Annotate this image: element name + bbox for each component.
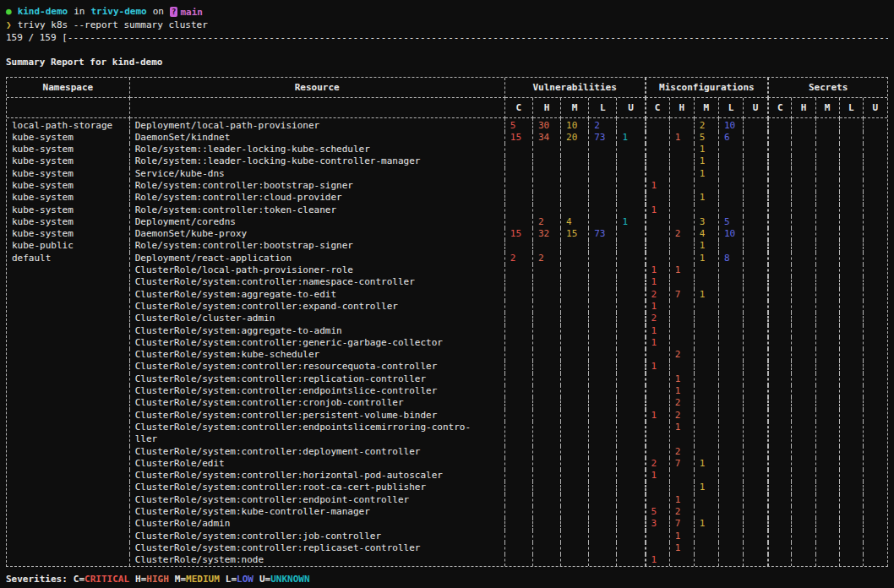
vulnerabilities-M-cell [561,349,589,361]
table-row: kube-systemDeployment/coredns24135 [7,216,887,228]
repo-name: trivy-demo [90,5,146,18]
misconfigurations-U-cell [744,264,768,276]
misconfigurations-U-cell [744,192,768,204]
misconfigurations-L-cell [719,349,744,361]
misconfigurations-L-cell [719,531,744,542]
misconfigurations-C-cell: 3 [646,518,670,530]
vulnerabilities-H-cell [533,482,561,493]
misconfigurations-M-cell: 1 [695,253,719,264]
misconfigurations-H-cell: 1 [670,132,695,144]
misconfigurations-L-cell [719,542,744,554]
secrets-C-cell [768,155,792,167]
secrets-L-cell [840,132,864,144]
misconfigurations-H-cell: 2 [670,349,695,361]
vulnerabilities-L-cell [589,289,617,301]
severity-col-header-vulnerabilities-H: H [533,98,561,118]
secrets-U-cell [864,373,887,385]
vulnerabilities-U-cell [617,458,645,470]
misconfigurations-C-cell [646,228,670,240]
vulnerabilities-C-cell [505,458,533,470]
secrets-H-cell [792,542,815,554]
table-row: ClusterRole/system:controller:persistent… [7,410,887,422]
vulnerabilities-H-cell [533,494,561,506]
secrets-L-cell [840,494,864,506]
severity-col-header-secrets-M: M [816,98,840,118]
secrets-U-cell [864,518,887,530]
vulnerabilities-U-cell [617,228,645,240]
vulnerabilities-U-cell [617,410,645,422]
secrets-H-cell [792,337,815,349]
vulnerabilities-C-cell [505,506,533,518]
secrets-U-cell [864,144,887,155]
resource-cell: ClusterRole/system:controller:replicatio… [130,373,505,385]
misconfigurations-U-cell [744,337,768,349]
vulnerabilities-H-cell [533,373,561,385]
misconfigurations-L-cell [719,410,744,422]
secrets-C-cell [768,518,792,530]
misconfigurations-U-cell [744,410,768,422]
misconfigurations-H-cell [670,470,695,482]
table-row: ClusterRole/system:aggregate-to-edit271 [7,289,887,301]
secrets-C-cell [768,337,792,349]
secrets-M-cell [816,289,840,301]
vulnerabilities-L-cell [589,482,617,493]
resource-cell: Role/system:controller:bootstrap-signer [130,180,505,192]
secrets-L-cell [840,118,864,132]
secrets-L-cell [840,446,864,458]
secrets-L-cell [840,144,864,155]
secrets-L-cell [840,228,864,240]
severity-col-header-secrets-C: C [768,98,792,118]
secrets-M-cell [816,482,840,493]
table-row: ClusterRole/system:controller:namespace-… [7,276,887,288]
namespace-cell: kube-public [7,240,130,252]
misconfigurations-H-cell [670,204,695,216]
namespace-cell [7,482,130,493]
misconfigurations-L-cell [719,276,744,288]
misconfigurations-M-cell [695,337,719,349]
secrets-C-cell [768,506,792,518]
vulnerabilities-M-cell [561,397,589,409]
vulnerabilities-L-cell [589,518,617,530]
vulnerabilities-U-cell [617,192,645,204]
vulnerabilities-C-cell [505,373,533,385]
secrets-C-cell [768,458,792,470]
secrets-C-cell [768,144,792,155]
vulnerabilities-U-cell [617,531,645,542]
vulnerabilities-M-cell [561,192,589,204]
misconfigurations-L-cell [719,204,744,216]
secrets-L-cell [840,410,864,422]
namespace-cell: kube-system [7,216,130,228]
vulnerabilities-H-cell [533,301,561,313]
vulnerabilities-M-cell [561,253,589,264]
secrets-H-cell [792,216,815,228]
misconfigurations-M-cell [695,204,719,216]
secrets-C-cell [768,216,792,228]
secrets-U-cell [864,228,887,240]
vulnerabilities-H-cell: 32 [533,228,561,240]
terminal[interactable]: ● kind-demo in trivy-demo on ? main ❯ tr… [6,5,888,585]
secrets-L-cell [840,301,864,313]
vulnerabilities-H-cell [533,240,561,252]
secrets-L-cell [840,155,864,167]
misconfigurations-U-cell [744,216,768,228]
secrets-U-cell [864,349,887,361]
table-row: kube-systemService/kube-dns1 [7,168,887,180]
namespace-cell [7,361,130,373]
misconfigurations-C-cell: 1 [646,264,670,276]
misconfigurations-H-cell: 1 [670,385,695,397]
resource-cell: Deployment/coredns [130,216,505,228]
severity-col-header-vulnerabilities-L: L [589,98,617,118]
secrets-H-cell [792,132,815,144]
vulnerabilities-C-cell [505,349,533,361]
misconfigurations-M-cell [695,301,719,313]
misconfigurations-L-cell [719,518,744,530]
vulnerabilities-L-cell [589,554,617,566]
resource-cell: Role/system:controller:cloud-provider [130,192,505,204]
secrets-C-cell [768,192,792,204]
secrets-C-cell [768,373,792,385]
misconfigurations-M-cell [695,313,719,324]
misconfigurations-C-cell [646,253,670,264]
misconfigurations-U-cell [744,204,768,216]
resource-cell: ClusterRole/edit [130,458,505,470]
vulnerabilities-H-cell [533,264,561,276]
